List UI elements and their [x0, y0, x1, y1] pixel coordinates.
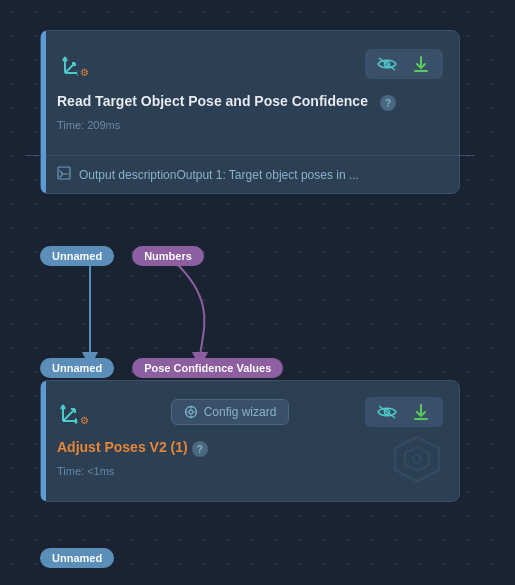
bottom-node-title: Adjust Poses V2 (1) [57, 439, 188, 455]
svg-marker-36 [395, 437, 439, 481]
download-button[interactable] [407, 53, 435, 75]
top-port-unnamed[interactable]: Unnamed [40, 246, 114, 266]
node-icon-area: ⚙ [57, 45, 95, 83]
bottom-port-pose-confidence[interactable]: Pose Confidence Values [132, 358, 283, 378]
bottom-toggle-visibility-button[interactable] [373, 401, 401, 423]
help-badge[interactable]: ? [380, 95, 396, 111]
svg-line-22 [63, 409, 75, 421]
top-node-title: Read Target Object Pose and Pose Confide… [57, 93, 368, 109]
bottom-node-icon-area: ⚙ [57, 393, 95, 431]
top-port-numbers[interactable]: Numbers [132, 246, 204, 266]
watermark [391, 433, 443, 489]
top-node: ⚙ [40, 30, 460, 194]
bottom-output-ports: Unnamed [40, 548, 114, 568]
bottom-node-controls [365, 397, 443, 427]
output-icon [57, 166, 71, 183]
top-node-time: Time: 209ms [57, 119, 443, 131]
svg-marker-37 [405, 447, 429, 471]
svg-point-38 [413, 455, 421, 463]
adjust-poses-icon: ⚙ [57, 393, 95, 431]
bottom-node-accent-bar [41, 381, 46, 501]
node-accent-bar [41, 31, 46, 193]
bottom-download-button[interactable] [407, 401, 435, 423]
svg-point-28 [189, 410, 193, 414]
pose-icon: ⚙ [57, 45, 95, 83]
node-output: Output descriptionOutput 1: Target objec… [41, 156, 459, 193]
bottom-help-badge[interactable]: ? [192, 441, 208, 457]
svg-text:⚙: ⚙ [80, 67, 89, 78]
bottom-output-port-unnamed[interactable]: Unnamed [40, 548, 114, 568]
bottom-port-unnamed[interactable]: Unnamed [40, 358, 114, 378]
top-output-ports: Unnamed Numbers [40, 246, 204, 266]
toggle-visibility-button[interactable] [373, 53, 401, 75]
bottom-node: ⚙ Config wizard [40, 380, 460, 502]
config-wizard-label: Config wizard [204, 405, 277, 419]
bottom-node-time: Time: <1ms [57, 465, 443, 477]
output-description: Output descriptionOutput 1: Target objec… [79, 168, 359, 182]
svg-line-6 [65, 63, 75, 73]
config-wizard-button[interactable]: Config wizard [171, 399, 290, 425]
config-wizard-icon [184, 405, 198, 419]
svg-text:⚙: ⚙ [80, 415, 89, 426]
node-controls [365, 49, 443, 79]
bottom-node-header: ⚙ Config wizard [57, 393, 443, 431]
bottom-input-ports: Unnamed Pose Confidence Values [40, 358, 283, 378]
node-header: ⚙ [57, 45, 443, 83]
